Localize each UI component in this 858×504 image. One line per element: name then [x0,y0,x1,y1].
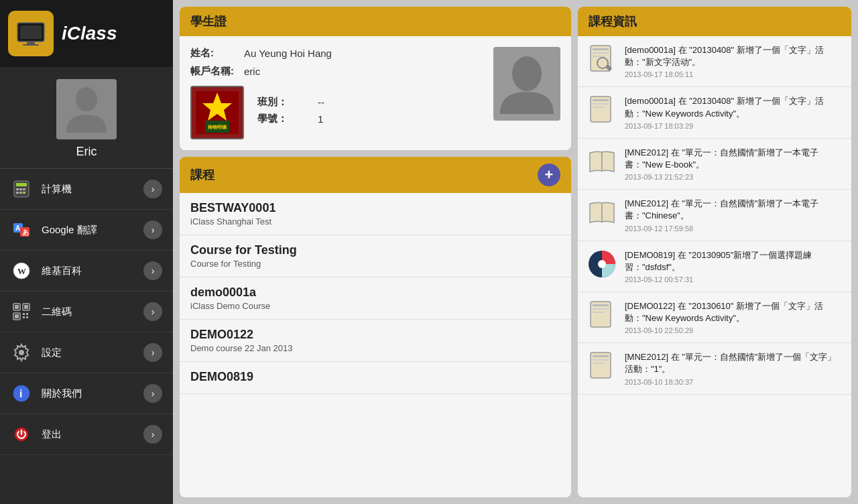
course-code-4: DEMO0819 [190,370,560,384]
svg-rect-12 [23,192,25,194]
news-content-2: [MNE2012] 在 "單元一：自然國情"新增了一本電子書："New E-bo… [625,147,842,171]
course-item-3[interactable]: DEMO0122 Demo course 22 Jan 2013 [180,320,571,362]
name-value: Au Yeung Hoi Hang [244,48,332,59]
nav-arrow-wikipedia: › [143,261,162,280]
sidebar-item-logout[interactable]: 登出 › [0,414,173,455]
add-course-icon: + [545,166,554,184]
svg-text:i: i [19,388,22,399]
sidebar-item-label-qrcode: 二維碼 [42,306,134,318]
courses-list[interactable]: BESTWAY0001 iClass Shanghai Test Course … [180,193,571,497]
svg-text:W: W [17,266,26,276]
wikipedia-icon: W [11,260,32,281]
svg-rect-10 [16,192,19,194]
nav-arrow-settings: › [143,343,162,362]
course-name-3: Demo course 22 Jan 2013 [190,343,560,353]
svg-text:格物明德: 格物明德 [207,125,227,130]
news-time-3: 2013-09-12 17:59:58 [625,225,842,233]
svg-rect-24 [15,314,19,318]
svg-rect-22 [24,305,28,309]
svg-rect-57 [593,355,609,357]
svg-text:A: A [15,225,20,232]
course-code-3: DEMO0122 [190,328,560,342]
school-crest: 格物明德 [190,86,244,139]
sidebar-item-label-calculator: 計算機 [42,183,134,196]
class-value: -- [318,97,324,108]
sidebar-item-about[interactable]: i 關於我們 › [0,373,173,414]
news-item-5: [DEMO0122] 在 "20130610" 新增了一個「文字」活動："New… [578,292,851,343]
student-id-value: 1 [318,113,323,125]
news-panel: 課程資訊 [ [578,7,851,497]
nav-arrow-translate: › [143,220,162,239]
sidebar-item-calculator[interactable]: 計算機 › [0,169,173,210]
svg-point-4 [76,87,97,111]
sidebar-item-label-translate: Google 翻譯 [42,224,134,237]
content-area: 學生證 姓名: Au Yeung Hoi Hang 帳戶名稱: eric [180,7,851,497]
svg-rect-59 [593,363,605,364]
course-item-1[interactable]: Course for Testing Course for Testing [180,235,571,277]
student-id-label: 學號： [257,113,311,125]
news-time-1: 2013-09-17 18:03:29 [625,122,842,130]
svg-rect-9 [23,188,25,190]
sidebar-item-settings[interactable]: 設定 › [0,332,173,373]
news-icon-0 [587,44,617,74]
news-content-3: [MNE2012] 在 "單元一：自然國情"新增了一本電子書："Chinese"… [625,198,842,222]
student-card-header: 學生證 [180,7,571,36]
news-content-1: [demo0001a] 在 "20130408" 新增了一個「文字」活動："Ne… [625,95,842,119]
news-content-5: [DEMO0122] 在 "20130610" 新增了一個「文字」活動："New… [625,300,842,324]
news-list: [demo0001a] 在 "20130408" 新增了一個「文字」活動："新文… [578,36,851,497]
courses-title: 課程 [190,167,214,183]
nav-arrow-qrcode: › [143,302,162,321]
student-photo [493,47,560,121]
news-icon-1 [587,95,617,125]
news-content-0: [demo0001a] 在 "20130408" 新增了一個「文字」活動："新文… [625,44,842,68]
course-item-2[interactable]: demo0001a iClass Demo Course [180,277,571,320]
account-value: eric [244,66,260,77]
student-id-row: 學號： 1 [257,113,324,125]
svg-rect-58 [593,359,609,361]
news-icon-5 [587,300,617,330]
news-text-2: [MNE2012] 在 "單元一：自然國情"新增了一本電子書："New E-bo… [625,147,842,181]
sidebar-item-label-settings: 設定 [42,346,134,359]
nav-menu: 計算機 › A あ Google 翻譯 › W [0,169,173,504]
avatar [56,79,117,139]
qrcode-icon [11,301,32,322]
user-section: Eric [0,67,173,169]
news-item-2: [MNE2012] 在 "單元一：自然國情"新增了一本電子書："New E-bo… [578,139,851,190]
left-content: 學生證 姓名: Au Yeung Hoi Hang 帳戶名稱: eric [180,7,571,497]
sidebar-item-label-wikipedia: 維基百科 [42,265,134,277]
student-details: 姓名: Au Yeung Hoi Hang 帳戶名稱: eric [190,47,480,139]
news-item-3: [MNE2012] 在 "單元一：自然國情"新增了一本電子書："Chinese"… [578,190,851,241]
sidebar-item-qrcode[interactable]: 二維碼 › [0,292,173,332]
news-panel-header: 課程資訊 [578,7,851,36]
sidebar-header: iClass [0,0,173,67]
calculator-icon [11,178,32,200]
news-text-1: [demo0001a] 在 "20130408" 新增了一個「文字」活動："Ne… [625,95,842,129]
svg-rect-42 [593,56,605,57]
sidebar-item-wikipedia[interactable]: W 維基百科 › [0,251,173,292]
courses-card: 課程 + BESTWAY0001 iClass Shanghai Test Co… [180,157,571,497]
news-time-6: 2013-09-10 18:30:37 [625,378,842,386]
svg-rect-54 [593,308,609,310]
name-label: 姓名: [190,47,244,60]
news-icon-6 [587,351,617,381]
svg-rect-40 [593,48,609,50]
svg-rect-53 [593,304,609,306]
course-code-1: Course for Testing [190,243,560,257]
svg-rect-27 [23,316,25,318]
sidebar-item-translate[interactable]: A あ Google 翻譯 › [0,210,173,251]
user-name: Eric [76,145,97,159]
news-icon-3 [587,198,617,227]
add-course-button[interactable]: + [538,164,560,186]
news-icon-4 [587,249,617,279]
svg-rect-41 [593,52,609,54]
svg-rect-2 [27,42,35,44]
student-card-title: 學生證 [190,15,227,28]
course-item-4[interactable]: DEMO0819 [180,362,571,394]
news-item-1: [demo0001a] 在 "20130408" 新增了一個「文字」活動："Ne… [578,87,851,138]
news-time-4: 2013-09-12 00:57:31 [625,275,842,284]
course-item-0[interactable]: BESTWAY0001 iClass Shanghai Test [180,193,571,235]
news-item-6: [MNE2012] 在 "單元一：自然國情"新增了一個「文字」活動："1"。 2… [578,343,851,394]
class-label: 班別： [257,96,311,109]
news-content-6: [MNE2012] 在 "單元一：自然國情"新增了一個「文字」活動："1"。 [625,351,842,375]
course-name-2: iClass Demo Course [190,301,560,311]
